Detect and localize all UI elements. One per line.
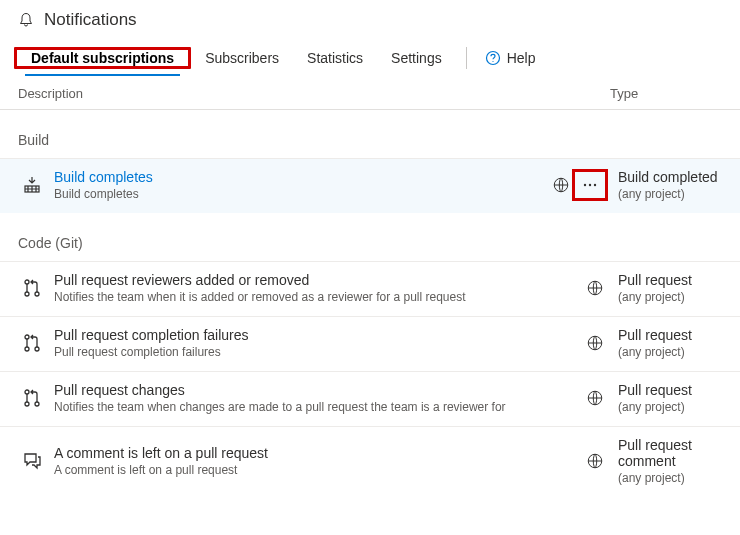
svg-point-7 xyxy=(25,280,29,284)
globe-icon xyxy=(586,452,604,470)
help-icon xyxy=(485,50,501,66)
row-type: Pull request comment (any project) xyxy=(604,437,722,485)
row-title: Pull request completion failures xyxy=(54,327,508,343)
table-header: Description Type xyxy=(0,76,740,110)
row-type: Build completed (any project) xyxy=(604,169,722,201)
svg-point-13 xyxy=(35,347,39,351)
table-row[interactable]: Pull request changes Notifies the team w… xyxy=(0,371,740,426)
build-icon xyxy=(18,175,46,195)
svg-point-11 xyxy=(25,335,29,339)
row-type-sub: (any project) xyxy=(618,345,722,359)
col-type: Type xyxy=(510,86,722,101)
comment-icon xyxy=(18,451,46,471)
row-subtitle: Pull request completion failures xyxy=(54,345,508,359)
tabs: Default subscriptions Subscribers Statis… xyxy=(0,40,740,76)
col-description: Description xyxy=(18,86,510,101)
highlight-box-tab: Default subscriptions xyxy=(14,47,191,69)
row-type-sub: (any project) xyxy=(618,400,722,414)
svg-point-12 xyxy=(25,347,29,351)
table-row[interactable]: Pull request completion failures Pull re… xyxy=(0,316,740,371)
group-label-code: Code (Git) xyxy=(0,213,740,261)
row-type-title: Pull request xyxy=(618,272,722,288)
row-type-title: Pull request xyxy=(618,382,722,398)
table-row[interactable]: Build completes Build completes Build co… xyxy=(0,158,740,213)
svg-point-4 xyxy=(584,184,586,186)
row-subtitle: Notifies the team when it is added or re… xyxy=(54,290,508,304)
row-main: Pull request reviewers added or removed … xyxy=(46,272,508,304)
svg-point-16 xyxy=(25,402,29,406)
row-type: Pull request (any project) xyxy=(604,272,722,304)
row-type-sub: (any project) xyxy=(618,187,722,201)
pull-request-icon xyxy=(18,388,46,408)
tab-subscribers[interactable]: Subscribers xyxy=(191,40,293,76)
pull-request-icon xyxy=(18,333,46,353)
svg-point-1 xyxy=(492,61,493,62)
bell-icon xyxy=(18,12,34,28)
row-subtitle: Build completes xyxy=(54,187,508,201)
globe-icon xyxy=(586,334,604,352)
help-label: Help xyxy=(507,50,536,66)
row-main: Pull request changes Notifies the team w… xyxy=(46,382,508,414)
divider xyxy=(466,47,467,69)
globe-icon xyxy=(552,176,570,194)
row-type-title: Pull request xyxy=(618,327,722,343)
row-type: Pull request (any project) xyxy=(604,382,722,414)
svg-point-9 xyxy=(35,292,39,296)
help-link[interactable]: Help xyxy=(477,40,544,76)
globe-icon xyxy=(586,279,604,297)
tab-default-subscriptions[interactable]: Default subscriptions xyxy=(17,40,188,76)
group-label-build: Build xyxy=(0,110,740,158)
row-type-sub: (any project) xyxy=(618,290,722,304)
row-type: Pull request (any project) xyxy=(604,327,722,359)
row-title: Pull request changes xyxy=(54,382,508,398)
row-title-link[interactable]: Build completes xyxy=(54,169,508,185)
row-title: A comment is left on a pull request xyxy=(54,445,508,461)
page-title: Notifications xyxy=(44,10,137,30)
row-subtitle: A comment is left on a pull request xyxy=(54,463,508,477)
row-subtitle: Notifies the team when changes are made … xyxy=(54,400,508,414)
table-row[interactable]: Pull request reviewers added or removed … xyxy=(0,261,740,316)
row-type-title: Pull request comment xyxy=(618,437,722,469)
globe-icon xyxy=(586,389,604,407)
svg-point-6 xyxy=(594,184,596,186)
row-type-sub: (any project) xyxy=(618,471,722,485)
svg-point-15 xyxy=(25,390,29,394)
tab-settings[interactable]: Settings xyxy=(377,40,456,76)
tab-statistics[interactable]: Statistics xyxy=(293,40,377,76)
row-main: Build completes Build completes xyxy=(46,169,508,201)
svg-point-5 xyxy=(589,184,591,186)
row-main: Pull request completion failures Pull re… xyxy=(46,327,508,359)
page-header: Notifications xyxy=(0,0,740,34)
svg-point-17 xyxy=(35,402,39,406)
row-mid xyxy=(508,173,604,197)
row-type-title: Build completed xyxy=(618,169,722,185)
svg-point-8 xyxy=(25,292,29,296)
row-main: A comment is left on a pull request A co… xyxy=(46,445,508,477)
pull-request-icon xyxy=(18,278,46,298)
table-row[interactable]: A comment is left on a pull request A co… xyxy=(0,426,740,497)
row-title: Pull request reviewers added or removed xyxy=(54,272,508,288)
more-button[interactable] xyxy=(576,173,604,197)
